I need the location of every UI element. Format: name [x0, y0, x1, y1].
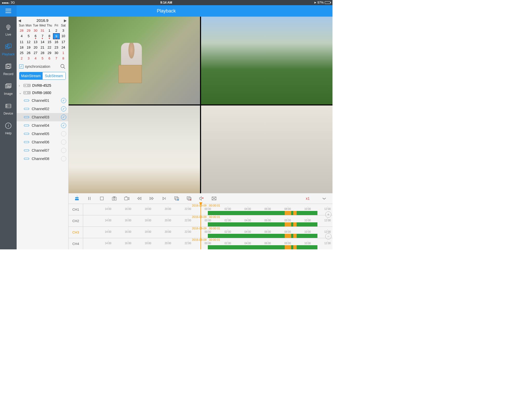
device-row[interactable]: ⌄ DVR8-1600 [17, 89, 68, 96]
cal-day[interactable]: 2 [53, 28, 60, 33]
channel-check[interactable]: ✓ [61, 115, 66, 120]
cal-day[interactable]: 5 [39, 56, 46, 61]
mute-button[interactable] [198, 195, 205, 202]
cal-day[interactable]: 7 [39, 33, 46, 39]
cal-day[interactable]: 1 [46, 28, 53, 33]
channel-row[interactable]: Channel07 ✓ [17, 146, 68, 155]
channel-row[interactable]: Channel08 ✓ [17, 155, 68, 163]
mainstream-button[interactable]: MainStream [19, 72, 43, 79]
cal-day[interactable]: 22 [46, 45, 53, 50]
cal-day[interactable]: 28 [18, 28, 25, 33]
channel-check[interactable]: ✓ [61, 139, 66, 145]
pause-button[interactable] [86, 195, 92, 202]
search-icon[interactable] [60, 64, 66, 69]
video-cell-2[interactable] [201, 17, 332, 104]
cal-day[interactable]: 6 [46, 56, 53, 61]
channel-row[interactable]: Channel02 ✓ [17, 105, 68, 113]
multi-play-button[interactable] [174, 195, 180, 202]
cal-day[interactable]: 11 [18, 39, 25, 45]
timeline-channel-label: CH2 [69, 215, 83, 227]
video-cell-1[interactable] [69, 17, 200, 104]
cal-day[interactable]: 20 [32, 45, 39, 50]
cal-prev[interactable]: ◀ [18, 18, 21, 23]
channel-row[interactable]: Channel04 ✓ [17, 121, 68, 130]
channel-check[interactable]: ✓ [61, 148, 66, 153]
cal-day[interactable]: 7 [53, 56, 60, 61]
fullscreen-button[interactable] [211, 195, 217, 202]
cal-day[interactable]: 30 [53, 50, 60, 56]
nav-playback[interactable]: Playback [0, 39, 17, 59]
record-button[interactable] [124, 195, 130, 202]
cal-day[interactable]: 25 [18, 50, 25, 56]
cal-day[interactable]: 8 [46, 33, 53, 39]
channel-row[interactable]: Channel05 ✓ [17, 130, 68, 138]
channel-check[interactable]: ✓ [61, 156, 66, 161]
step-button[interactable] [161, 195, 167, 202]
cal-day[interactable]: 14 [39, 39, 46, 45]
cal-next[interactable]: ▶ [64, 18, 67, 23]
cal-day[interactable]: 31 [39, 28, 46, 33]
expand-button[interactable] [321, 195, 327, 202]
cal-title: 2016.9 [37, 18, 49, 23]
cal-day[interactable]: 3 [25, 56, 32, 61]
cal-day[interactable]: 3 [60, 28, 67, 33]
storage-icon[interactable] [74, 195, 80, 202]
video-cell-3[interactable] [69, 105, 200, 193]
cal-day[interactable]: 15 [46, 39, 53, 45]
cal-day[interactable]: 13 [32, 39, 39, 45]
cal-day[interactable]: 29 [46, 50, 53, 56]
cal-day[interactable]: 30 [32, 28, 39, 33]
side-panel: ◀ 2016.9 ▶ SunMonTueWedThuFriSat 2829303… [17, 17, 69, 249]
nav-device[interactable]: Device [0, 99, 17, 118]
timeline[interactable]: + − CH12016-09-0900:00:0114:0016:0018:00… [69, 204, 332, 249]
chevron-icon: › [19, 83, 22, 88]
nav-help[interactable]: i Help [0, 118, 17, 138]
app-header: Playback [0, 5, 332, 17]
cal-day[interactable]: 2 [18, 56, 25, 61]
channel-check[interactable]: ✓ [61, 98, 66, 103]
cal-day[interactable]: 16 [53, 39, 60, 45]
nav-image[interactable]: Image [0, 79, 17, 99]
cal-day[interactable]: 29 [25, 28, 32, 33]
cal-day[interactable]: 24 [60, 45, 67, 50]
cal-day[interactable]: 1 [60, 50, 67, 56]
cal-day[interactable]: 6 [32, 33, 39, 39]
recording-bar [208, 234, 317, 238]
substream-button[interactable]: SubStream [43, 72, 66, 79]
playhead[interactable] [201, 204, 201, 249]
cal-day[interactable]: 27 [32, 50, 39, 56]
video-cell-4[interactable] [201, 105, 332, 193]
forward-button[interactable] [149, 195, 155, 202]
cal-day[interactable]: 17 [60, 39, 67, 45]
cal-day[interactable]: 18 [18, 45, 25, 50]
channel-check[interactable]: ✓ [61, 106, 66, 111]
timeline-time: 00:00:01 [209, 227, 220, 230]
stop-button[interactable] [99, 195, 105, 202]
cal-day[interactable]: 21 [39, 45, 46, 50]
channel-row[interactable]: Channel03 ✓ [17, 113, 68, 121]
cal-day[interactable]: 26 [25, 50, 32, 56]
cal-day[interactable]: 10 [60, 33, 67, 39]
multi-close-button[interactable] [186, 195, 192, 202]
snapshot-button[interactable] [111, 195, 117, 202]
nav-live[interactable]: Live [0, 20, 17, 39]
menu-button[interactable] [0, 5, 17, 17]
sync-checkbox[interactable]: ✓ synchronization [19, 64, 50, 69]
channel-check[interactable]: ✓ [61, 131, 66, 136]
cal-day[interactable]: 9 [53, 33, 60, 39]
camera-icon [4, 23, 12, 31]
cal-day[interactable]: 4 [18, 33, 25, 39]
nav-record[interactable]: Record [0, 59, 17, 79]
cal-day[interactable]: 23 [53, 45, 60, 50]
cal-day[interactable]: 4 [32, 56, 39, 61]
device-row[interactable]: › DVR8-4525 [17, 82, 68, 89]
cal-day[interactable]: 8 [60, 56, 67, 61]
channel-check[interactable]: ✓ [61, 123, 66, 128]
cal-day[interactable]: 12 [25, 39, 32, 45]
rewind-button[interactable] [136, 195, 142, 202]
channel-row[interactable]: Channel06 ✓ [17, 138, 68, 146]
channel-row[interactable]: Channel01 ✓ [17, 96, 68, 105]
cal-day[interactable]: 28 [39, 50, 46, 56]
cal-day[interactable]: 19 [25, 45, 32, 50]
cal-day[interactable]: 5 [25, 33, 32, 39]
